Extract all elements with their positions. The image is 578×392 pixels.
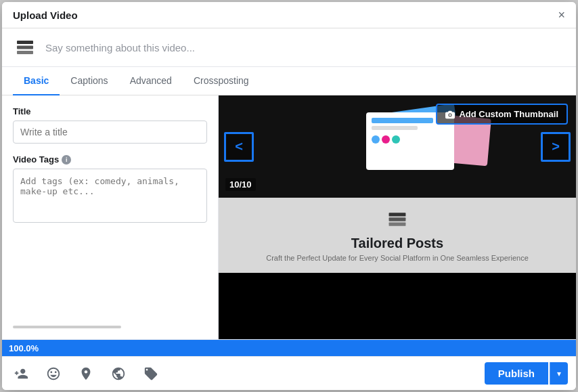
tags-label: Video Tags i (13, 154, 207, 165)
modal-footer: Publish ▾ (2, 356, 576, 390)
svg-rect-3 (389, 213, 406, 216)
svg-rect-2 (17, 51, 33, 54)
upload-video-modal: Upload Video × Say something about this … (2, 2, 576, 390)
next-thumbnail-button[interactable]: > (541, 132, 571, 162)
video-stack-logo (386, 209, 408, 233)
main-content: Title Video Tags i (2, 95, 576, 339)
video-main-title: Tailored Posts (351, 236, 443, 251)
card-line-1 (372, 118, 433, 123)
tabs-bar: Basic Captions Advanced Crossposting (2, 67, 576, 95)
card-line-2 (372, 126, 418, 130)
video-bottom: Tailored Posts Craft the Perfect Update … (219, 198, 576, 273)
title-input[interactable] (13, 121, 207, 144)
left-panel: Title Video Tags i (2, 95, 219, 339)
add-thumbnail-label: Add Custom Thumbnail (459, 109, 558, 119)
footer-icons (10, 363, 162, 385)
emoji-icon-button[interactable] (43, 363, 64, 385)
close-button[interactable]: × (558, 9, 565, 21)
publish-dropdown-button[interactable]: ▾ (550, 362, 568, 385)
globe-icon-button[interactable] (108, 363, 129, 385)
modal-title: Upload Video (13, 9, 78, 21)
publish-button[interactable]: Publish (485, 362, 548, 385)
tags-field-group: Video Tags i (13, 154, 207, 225)
camera-icon (445, 110, 455, 119)
tab-captions[interactable]: Captions (60, 67, 118, 95)
status-placeholder[interactable]: Say something about this video... (45, 42, 195, 53)
svg-rect-4 (389, 218, 406, 221)
location-icon-button[interactable] (75, 363, 97, 385)
tags-input[interactable] (13, 169, 207, 223)
tab-advanced[interactable]: Advanced (119, 67, 183, 95)
svg-rect-1 (17, 46, 33, 49)
avatar-blue (372, 135, 380, 144)
progress-bar: 100.0% (2, 340, 576, 356)
progress-text: 100.0% (9, 343, 39, 353)
prev-thumbnail-button[interactable]: < (224, 132, 254, 162)
tags-info-icon[interactable]: i (62, 155, 71, 165)
tag-icon-button[interactable] (140, 363, 162, 385)
add-person-icon-button[interactable] (10, 363, 32, 385)
avatar-teal (392, 135, 400, 144)
stack-icon (13, 35, 37, 60)
video-top: Add Custom Thumbnail < > 10/10 (219, 95, 576, 198)
svg-rect-0 (17, 41, 33, 44)
tab-crossposting[interactable]: Crossposting (183, 67, 260, 95)
progress-section: 100.0% (2, 339, 576, 356)
modal-header: Upload Video × (2, 2, 576, 28)
add-custom-thumbnail-button[interactable]: Add Custom Thumbnail (436, 104, 568, 125)
title-field-group: Title (13, 106, 207, 144)
video-counter: 10/10 (225, 178, 256, 191)
avatar-pink (382, 135, 390, 144)
video-subtitle: Craft the Perfect Update for Every Socia… (266, 254, 529, 262)
title-label: Title (13, 106, 207, 116)
footer-actions: Publish ▾ (485, 362, 568, 385)
tab-basic[interactable]: Basic (13, 67, 60, 95)
card-avatars (372, 135, 449, 144)
status-area: Say something about this video... (2, 28, 576, 67)
svg-rect-5 (389, 223, 406, 226)
scroll-indicator (13, 326, 121, 328)
video-preview-panel: Add Custom Thumbnail < > 10/10 (219, 95, 576, 339)
